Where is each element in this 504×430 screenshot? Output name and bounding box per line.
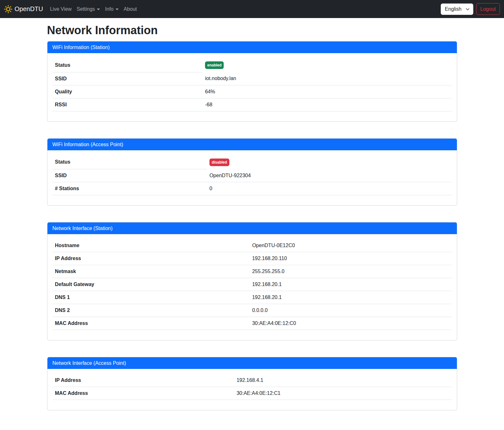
row-value: 30:AE:A4:0E:12:C1	[234, 387, 452, 400]
table-row: SSIDOpenDTU-922304	[53, 169, 452, 182]
row-value: 64%	[202, 85, 452, 98]
status-badge: disabled	[209, 159, 229, 166]
navbar: OpenDTU Live ViewSettingsInfoAbout Engli…	[0, 0, 504, 18]
table-row: RSSI-68	[53, 98, 452, 111]
nav-item-label: Live View	[50, 6, 72, 12]
card-wifi-information-station: WiFi Information (Station) Statusenabled…	[47, 41, 457, 122]
row-label: DNS 2	[53, 304, 250, 317]
row-value: 192.168.20.1	[250, 291, 452, 304]
row-value: OpenDTU-0E12C0	[250, 239, 452, 252]
row-label: Netmask	[53, 265, 250, 278]
nav-item-about[interactable]: About	[121, 4, 140, 15]
row-value: iot.nobody.lan	[202, 72, 452, 85]
row-label: SSID	[53, 169, 207, 182]
brand-label: OpenDTU	[15, 5, 43, 13]
nav-item-label: Info	[105, 6, 114, 12]
row-value: 0	[207, 182, 452, 195]
cards: WiFi Information (Station) Statusenabled…	[47, 41, 457, 410]
row-label: # Stations	[53, 182, 207, 195]
logout-button[interactable]: Logout	[476, 3, 500, 15]
row-label: MAC Address	[53, 387, 234, 400]
nav-item-label: Settings	[77, 6, 95, 12]
card-header: Network Interface (Access Point)	[47, 357, 457, 369]
row-label: DNS 1	[53, 291, 250, 304]
page-title: Network Information	[47, 24, 457, 37]
nav-list-item: About	[121, 4, 140, 15]
card-header: WiFi Information (Station)	[47, 41, 457, 53]
card-title: Network Interface (Access Point)	[53, 360, 126, 366]
row-value: 0.0.0.0	[250, 304, 452, 317]
card-header: WiFi Information (Access Point)	[47, 139, 457, 150]
row-label: Status	[53, 155, 207, 169]
row-label: IP Address	[53, 252, 250, 265]
main-content: Network Information WiFi Information (St…	[43, 18, 461, 410]
row-value: 192.168.20.1	[250, 278, 452, 291]
nav-list-item: Settings	[74, 4, 103, 15]
card-wifi-information-access-point: WiFi Information (Access Point) Statusdi…	[47, 138, 457, 206]
table-row: Quality64%	[53, 85, 452, 98]
sun-icon	[4, 5, 12, 13]
info-table: HostnameOpenDTU-0E12C0IP Address192.168.…	[53, 239, 452, 330]
card-title: WiFi Information (Access Point)	[53, 142, 123, 147]
row-label: MAC Address	[53, 317, 250, 330]
caret-down-icon	[115, 9, 119, 10]
row-label: Status	[53, 58, 203, 72]
row-label: SSID	[53, 72, 203, 85]
nav-item-info[interactable]: Info	[103, 4, 121, 15]
row-value: 192.168.4.1	[234, 374, 452, 387]
nav-item-label: About	[124, 6, 137, 12]
table-row: HostnameOpenDTU-0E12C0	[53, 239, 452, 252]
card-body: IP Address192.168.4.1MAC Address30:AE:A4…	[47, 369, 457, 410]
info-table: StatusenabledSSIDiot.nobody.lanQuality64…	[53, 58, 452, 111]
status-badge: enabled	[205, 61, 224, 69]
card-body: HostnameOpenDTU-0E12C0IP Address192.168.…	[47, 234, 457, 340]
table-row: IP Address192.168.20.110	[53, 252, 452, 265]
row-label: IP Address	[53, 374, 234, 387]
row-value: 255.255.255.0	[250, 265, 452, 278]
card-network-interface-access-point: Network Interface (Access Point) IP Addr…	[47, 357, 457, 410]
table-row: IP Address192.168.4.1	[53, 374, 452, 387]
table-row: DNS 1192.168.20.1	[53, 291, 452, 304]
row-value: OpenDTU-922304	[207, 169, 452, 182]
row-label: Default Gateway	[53, 278, 250, 291]
table-row: Netmask255.255.255.0	[53, 265, 452, 278]
row-value: 30:AE:A4:0E:12:C0	[250, 317, 452, 330]
navbar-right: English Logout	[441, 3, 500, 15]
table-row: Default Gateway192.168.20.1	[53, 278, 452, 291]
row-label: Hostname	[53, 239, 250, 252]
table-row: MAC Address30:AE:A4:0E:12:C1	[53, 387, 452, 400]
row-value: -68	[202, 98, 452, 111]
table-row: Statusdisabled	[53, 155, 452, 169]
row-value: 192.168.20.110	[250, 252, 452, 265]
card-body: StatusdisabledSSIDOpenDTU-922304# Statio…	[47, 150, 457, 206]
nav-item-live-view[interactable]: Live View	[47, 4, 74, 15]
nav-list-item: Info	[103, 4, 121, 15]
row-label: Quality	[53, 85, 203, 98]
card-network-interface-station: Network Interface (Station) HostnameOpen…	[47, 222, 457, 340]
language-select[interactable]: English	[441, 3, 473, 15]
row-value: enabled	[202, 58, 452, 72]
card-title: WiFi Information (Station)	[53, 45, 110, 50]
table-row: MAC Address30:AE:A4:0E:12:C0	[53, 317, 452, 330]
brand-link[interactable]: OpenDTU	[4, 4, 46, 15]
row-label: RSSI	[53, 98, 203, 111]
table-row: Statusenabled	[53, 58, 452, 72]
card-title: Network Interface (Station)	[53, 226, 113, 231]
card-body: StatusenabledSSIDiot.nobody.lanQuality64…	[47, 53, 457, 122]
nav-item-settings[interactable]: Settings	[74, 4, 103, 15]
nav-list-item: Live View	[47, 4, 74, 15]
info-table: StatusdisabledSSIDOpenDTU-922304# Statio…	[53, 155, 452, 196]
card-header: Network Interface (Station)	[47, 222, 457, 234]
info-table: IP Address192.168.4.1MAC Address30:AE:A4…	[53, 374, 452, 400]
row-value: disabled	[207, 155, 452, 169]
table-row: SSIDiot.nobody.lan	[53, 72, 452, 85]
table-row: # Stations0	[53, 182, 452, 195]
nav-menu: Live ViewSettingsInfoAbout	[47, 4, 140, 15]
caret-down-icon	[97, 9, 100, 10]
language-select-wrap: English	[441, 3, 473, 15]
table-row: DNS 20.0.0.0	[53, 304, 452, 317]
